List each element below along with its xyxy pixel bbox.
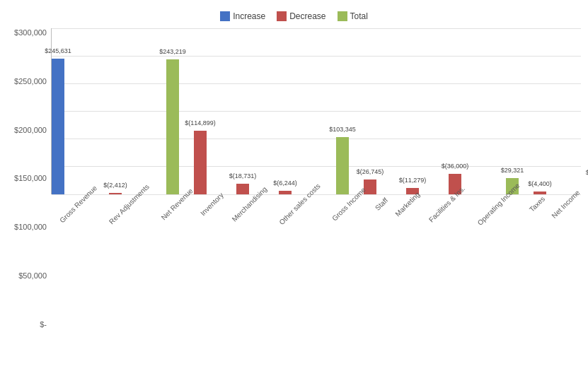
bar-group: $(114,899) (179, 28, 221, 194)
y-axis: $300,000$250,000$200,000$150,000$100,000… (7, 28, 51, 364)
legend-item: Increase (220, 11, 265, 21)
bar-group: $(11,279) (391, 28, 434, 194)
bar-wrapper (463, 28, 476, 194)
bar-decrease: $(2,412) (109, 193, 122, 194)
bar-decrease: $(114,899) (194, 131, 207, 194)
bar-group: $243,219 (137, 28, 179, 194)
y-axis-label: $- (40, 320, 47, 329)
x-axis-label: Staff (374, 196, 389, 211)
bar-wrapper (67, 28, 79, 194)
bar-wrapper (264, 28, 277, 194)
bar-wrapper (561, 28, 574, 194)
bar-total: $243,219 (166, 59, 179, 194)
chart-area: $300,000$250,000$200,000$150,000$100,000… (7, 28, 581, 364)
legend-item: Decrease (277, 11, 325, 21)
bar-wrapper (94, 28, 107, 194)
bar-wrapper: $(26,745) (364, 28, 376, 194)
bar-wrapper: $245,631 (52, 28, 64, 194)
bar-group: $(26,745) (349, 28, 391, 194)
legend-label: Increase (233, 11, 265, 21)
bar-wrapper (124, 28, 137, 194)
bar-wrapper (221, 28, 234, 194)
bar-group: $(4,400) (519, 28, 561, 194)
x-label-group: Rev Adjustments (100, 199, 153, 209)
bar-wrapper (391, 28, 404, 194)
bar-wrapper (179, 28, 192, 194)
bar-wrapper: $(2,412) (109, 28, 122, 194)
bar-wrapper: $29,321 (506, 28, 519, 194)
bar-wrapper: $(18,731) (236, 28, 249, 194)
x-label-group: Net Income (545, 199, 581, 209)
bar-wrapper (548, 28, 561, 194)
legend-swatch (220, 11, 230, 21)
legend-label: Total (350, 11, 368, 21)
bar-wrapper (306, 28, 319, 194)
legend-swatch (338, 11, 347, 21)
bar-wrapper: $(114,899) (194, 28, 207, 194)
bar-wrapper: $(4,400) (534, 28, 546, 194)
y-axis-label: $100,000 (14, 223, 47, 231)
bar-wrapper (421, 28, 434, 194)
bar-decrease: $(4,400) (534, 192, 546, 194)
legend-item: Total (338, 11, 368, 21)
bar-wrapper (519, 28, 531, 194)
x-label-group: Facilities & Ins. (420, 199, 468, 209)
bar-wrapper: $243,219 (166, 28, 179, 194)
y-axis-label: $300,000 (14, 28, 47, 37)
bar-group: $29,321 (476, 28, 519, 194)
y-axis-label: $250,000 (14, 77, 47, 86)
bar-group: $(6,244) (264, 28, 306, 194)
legend: IncreaseDecreaseTotal (220, 11, 368, 21)
chart-container: IncreaseDecreaseTotal $300,000$250,000$2… (0, 0, 588, 371)
legend-label: Decrease (289, 11, 325, 21)
bar-wrapper: $103,345 (336, 28, 349, 194)
x-label-group: Net Revenue (154, 199, 195, 209)
x-label-group: Operating Income (468, 199, 524, 209)
bar-group: $245,631 (52, 28, 94, 194)
plot-area: $245,631$(2,412)$243,219$(114,899)$(18,7… (51, 28, 581, 364)
x-label-group: Taxes (524, 199, 545, 209)
bars-and-grid: $245,631$(2,412)$243,219$(114,899)$(18,7… (51, 28, 581, 194)
bar-wrapper: $(36,000) (449, 28, 461, 194)
y-axis-label: $150,000 (14, 174, 47, 182)
legend-swatch (277, 11, 287, 21)
x-label-group: Other sales costs (270, 199, 324, 209)
bar-wrapper: $(11,279) (406, 28, 419, 194)
bar-decrease: $(6,244) (279, 191, 292, 194)
x-label-group: Merchandising (224, 199, 270, 209)
bar-wrapper (81, 28, 94, 194)
y-axis-label: $200,000 (14, 126, 47, 134)
bar-decrease: $(18,731) (236, 184, 249, 194)
bar-wrapper (476, 28, 489, 194)
bar-total: $103,345 (336, 137, 349, 194)
bar-increase: $245,631 (52, 59, 64, 194)
x-label-group: Gross Revenue (51, 199, 100, 209)
bar-group: $24,921 (561, 28, 588, 194)
x-label-group: Gross Income (324, 199, 368, 209)
bar-wrapper (251, 28, 264, 194)
bar-wrapper (321, 28, 334, 194)
x-label-group: Marketing (389, 199, 420, 209)
bar-group: $(2,412) (94, 28, 137, 194)
bar-wrapper (294, 28, 306, 194)
x-axis-label: Taxes (528, 194, 546, 213)
bar-wrapper: $(6,244) (279, 28, 292, 194)
bar-group: $(18,731) (221, 28, 264, 194)
bar-wrapper (137, 28, 149, 194)
y-axis-label: $50,000 (18, 271, 47, 280)
x-label-group: Staff (369, 199, 389, 209)
bar-wrapper (379, 28, 391, 194)
x-label-group: Inventory (195, 199, 224, 209)
bar-wrapper (209, 28, 221, 194)
bar-group: $(36,000) (434, 28, 476, 194)
bar-group: $103,345 (306, 28, 349, 194)
